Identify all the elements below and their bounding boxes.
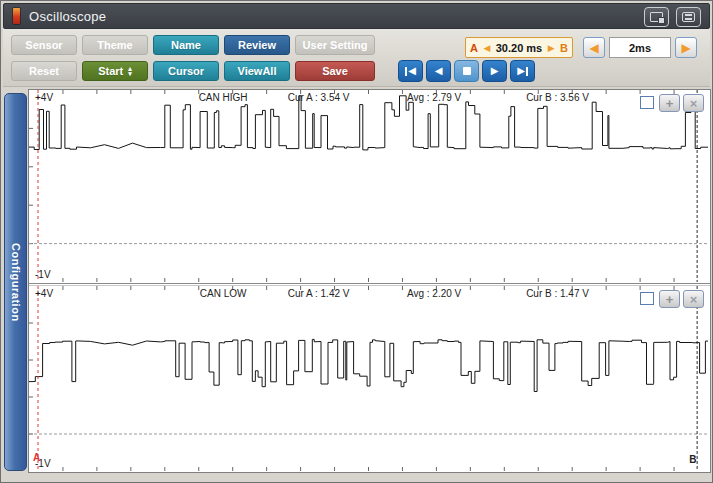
stop-icon xyxy=(463,67,471,75)
channel-close-button[interactable]: × xyxy=(683,290,704,308)
timebase-value-field[interactable]: 2ms xyxy=(609,37,671,58)
timebase-increase-button[interactable]: ▶ xyxy=(675,37,697,58)
save-button[interactable]: Save xyxy=(295,61,375,81)
cursor-button[interactable]: Cursor xyxy=(153,61,219,81)
play-button[interactable]: ▶ xyxy=(482,60,507,82)
goto-cursor-a-button[interactable]: ◀ xyxy=(483,43,490,53)
channel-title: CAN HIGH xyxy=(199,92,248,103)
window-list-icon xyxy=(682,12,695,22)
channel-title: CAN LOW xyxy=(200,288,247,299)
reset-button[interactable]: Reset xyxy=(11,61,77,81)
top-voltage-label: +4V xyxy=(35,92,53,103)
name-button[interactable]: Name xyxy=(153,35,219,55)
cursor-b-value: Cur B : 3.56 V xyxy=(526,92,589,103)
average-value: Avg : 2.79 V xyxy=(407,92,461,103)
skip-end-button[interactable]: ▶ xyxy=(510,60,535,82)
can-high-waveform xyxy=(29,90,708,282)
theme-button[interactable]: Theme xyxy=(82,35,148,55)
channel-zoom-button[interactable]: + xyxy=(659,290,680,308)
channel-select-checkbox[interactable] xyxy=(640,96,654,109)
app-logo-icon xyxy=(13,8,20,24)
detach-window-button[interactable] xyxy=(644,7,669,27)
can-low-waveform xyxy=(29,286,708,471)
cursor-b-value: Cur B : 1.47 V xyxy=(526,288,589,299)
configuration-tab-label: Configuration xyxy=(10,243,22,322)
cursor-a-value: Cur A : 1.42 V xyxy=(288,288,350,299)
timebase-decrease-button[interactable]: ◀ xyxy=(583,37,605,58)
title-bar: Oscilloscope xyxy=(3,3,710,29)
workspace: Configuration +4V CAN HIGH Cur A : 3.54 … xyxy=(3,87,710,481)
play-icon: ▶ xyxy=(491,66,499,76)
skip-end-icon: ▶ xyxy=(517,66,528,76)
toolbar: Sensor Theme Name Review User Setting Re… xyxy=(3,29,710,87)
cursor-a-value: Cur A : 3.54 V xyxy=(288,92,350,103)
step-back-icon: ◀ xyxy=(435,66,443,76)
channel-close-button[interactable]: × xyxy=(683,94,704,112)
top-voltage-label: +4V xyxy=(35,288,53,299)
cursor-b-label: B xyxy=(560,42,568,54)
detach-window-icon xyxy=(650,12,663,22)
user-setting-button[interactable]: User Setting xyxy=(295,35,375,55)
start-button[interactable]: Start ▴▾ xyxy=(82,61,148,81)
channel-panel-can-low: +4V CAN LOW Cur A : 1.42 V Avg : 2.20 V … xyxy=(29,285,710,472)
review-button[interactable]: Review xyxy=(224,35,290,55)
waveform-area: +4V CAN HIGH Cur A : 3.54 V Avg : 2.79 V… xyxy=(28,89,711,473)
start-spinner-icon: ▴▾ xyxy=(128,66,132,76)
step-back-button[interactable]: ◀ xyxy=(426,60,451,82)
cursor-b-marker-label[interactable]: B xyxy=(689,454,696,465)
stop-button[interactable] xyxy=(454,60,479,82)
goto-cursor-b-button[interactable]: ▶ xyxy=(548,43,555,53)
configuration-tab[interactable]: Configuration xyxy=(4,93,27,471)
viewall-button[interactable]: ViewAll xyxy=(224,61,290,81)
ab-time-value: 30.20 ms xyxy=(496,42,542,54)
timebase-control: ◀ 2ms ▶ xyxy=(583,37,697,58)
sensor-button[interactable]: Sensor xyxy=(11,35,77,55)
channel-zoom-button[interactable]: + xyxy=(659,94,680,112)
cursor-a-marker-label[interactable]: A xyxy=(33,452,40,463)
average-value: Avg : 2.20 V xyxy=(407,288,461,299)
channel-panel-can-high: +4V CAN HIGH Cur A : 3.54 V Avg : 2.79 V… xyxy=(29,90,710,284)
skip-start-button[interactable]: ◀ xyxy=(398,60,423,82)
window-title: Oscilloscope xyxy=(29,9,106,24)
cursor-a-label: A xyxy=(470,42,478,54)
skip-start-icon: ◀ xyxy=(405,66,416,76)
window-list-button[interactable] xyxy=(676,7,701,27)
bottom-voltage-label: -1V xyxy=(35,269,51,280)
oscilloscope-window: Oscilloscope Sensor Theme Name Review Us… xyxy=(0,0,713,483)
cursor-ab-readout: A ◀ 30.20 ms ▶ B xyxy=(465,37,573,58)
channel-select-checkbox[interactable] xyxy=(640,292,654,305)
transport-controls: ◀◀▶▶ xyxy=(398,60,535,82)
